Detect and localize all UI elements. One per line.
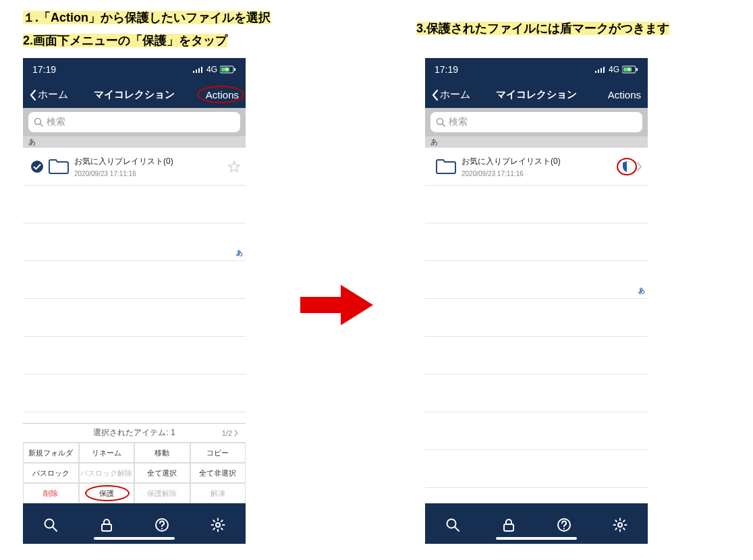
- gear-icon[interactable]: [613, 517, 628, 532]
- svg-line-32: [443, 124, 445, 127]
- highlight-protect: [85, 485, 130, 501]
- back-button[interactable]: ホーム: [30, 88, 68, 101]
- action-new-folder[interactable]: 新規フォルダ: [23, 443, 79, 463]
- back-label: ホーム: [440, 88, 470, 101]
- signal-icon: [595, 66, 606, 73]
- empty-row: [425, 450, 648, 488]
- svg-rect-5: [221, 67, 229, 72]
- nav-bar: ホーム マイコレクション Actions: [23, 81, 246, 108]
- battery-icon: [220, 65, 236, 74]
- action-header-text: 選択されたアイテム: 1: [93, 427, 175, 439]
- search-bar-container: 検索: [425, 108, 648, 136]
- svg-rect-30: [636, 68, 638, 71]
- svg-point-37: [563, 528, 565, 529]
- action-unprotect: 保護解除: [134, 483, 190, 503]
- svg-point-9: [31, 161, 43, 173]
- action-copy[interactable]: コピー: [190, 443, 246, 463]
- row-checkbox[interactable]: [28, 160, 46, 173]
- action-select-all[interactable]: 全て選択: [134, 463, 190, 483]
- lock-icon[interactable]: [99, 517, 114, 532]
- status-time: 17:19: [32, 64, 56, 75]
- svg-point-15: [216, 523, 220, 527]
- row-meta: お気に入りプレイリスト(0) 2020/09/23 17:11:16: [462, 156, 622, 177]
- svg-line-22: [213, 528, 215, 530]
- svg-line-46: [623, 520, 625, 522]
- svg-rect-6: [234, 68, 235, 71]
- phone-right: 17:19 4G ホーム マイコレクション Actions 検索 あ お気に入り…: [425, 58, 648, 544]
- list-item[interactable]: お気に入りプレイリスト(0) 2020/09/23 17:11:16: [425, 148, 648, 186]
- star-icon[interactable]: [228, 161, 240, 173]
- empty-row: [23, 186, 246, 223]
- svg-line-21: [221, 528, 223, 530]
- svg-line-20: [213, 520, 215, 522]
- empty-row: [23, 261, 246, 299]
- list-item[interactable]: お気に入りプレイリスト(0) 2020/09/23 17:11:16: [23, 148, 246, 186]
- svg-rect-29: [623, 67, 632, 72]
- phone-left: 17:19 4G ホーム マイコレクション Actions 検索 あ お気に入り…: [23, 58, 246, 544]
- action-panel: 選択されたアイテム: 1 1/2 新規フォルダ リネーム 移動 コピー パスロッ…: [23, 423, 246, 503]
- action-rename[interactable]: リネーム: [79, 443, 135, 463]
- action-passlock[interactable]: パスロック: [23, 463, 79, 483]
- signal-icon: [193, 66, 204, 73]
- action-move[interactable]: 移動: [134, 443, 190, 463]
- action-protect[interactable]: 保護: [79, 483, 135, 503]
- svg-rect-25: [598, 69, 599, 73]
- checkmark-icon: [30, 160, 44, 173]
- empty-row: [425, 186, 648, 223]
- svg-rect-24: [595, 71, 596, 73]
- bottom-bar: [23, 503, 246, 544]
- svg-line-8: [40, 124, 43, 127]
- arrow-icon: [300, 283, 374, 327]
- folder-icon: [436, 159, 456, 175]
- action-passlock-off: パスロック解除: [79, 463, 135, 483]
- empty-row: [23, 299, 246, 337]
- svg-rect-2: [198, 68, 200, 73]
- lock-icon[interactable]: [501, 517, 516, 532]
- action-pager[interactable]: 1/2: [222, 429, 239, 437]
- action-extract: 解凍: [190, 483, 246, 503]
- svg-rect-1: [196, 69, 197, 73]
- caption-step-1: １.「Action」から保護したいファイルを選択: [23, 11, 271, 24]
- gear-icon[interactable]: [211, 517, 225, 532]
- actions-button[interactable]: Actions: [206, 89, 239, 101]
- search-icon: [436, 117, 445, 127]
- action-deselect-all[interactable]: 全て非選択: [190, 463, 246, 483]
- nav-bar: ホーム マイコレクション Actions: [425, 81, 648, 108]
- search-input[interactable]: 検索: [28, 112, 240, 132]
- search-placeholder: 検索: [449, 116, 468, 128]
- folder-icon: [49, 159, 69, 175]
- network-label: 4G: [206, 65, 217, 74]
- row-title: お気に入りプレイリスト(0): [74, 156, 228, 167]
- svg-point-38: [618, 523, 622, 527]
- battery-icon: [622, 65, 638, 74]
- row-date: 2020/09/23 17:11:16: [462, 170, 622, 177]
- svg-line-11: [53, 527, 57, 531]
- action-delete[interactable]: 削除: [23, 483, 79, 503]
- empty-row: [425, 299, 648, 337]
- help-icon[interactable]: [557, 517, 571, 532]
- help-icon[interactable]: [155, 517, 169, 532]
- row-title: お気に入りプレイリスト(0): [462, 156, 622, 167]
- svg-point-14: [161, 528, 163, 529]
- caption-step-2: 2.画面下メニューの「保護」をタップ: [23, 34, 227, 47]
- status-right: 4G: [595, 65, 638, 74]
- row-meta: お気に入りプレイリスト(0) 2020/09/23 17:11:16: [74, 156, 228, 177]
- status-bar: 17:19 4G: [23, 58, 246, 81]
- actions-button[interactable]: Actions: [608, 89, 641, 101]
- search-icon[interactable]: [43, 517, 58, 532]
- search-input[interactable]: 検索: [430, 112, 642, 132]
- svg-line-44: [623, 528, 625, 530]
- bottom-bar: [425, 503, 648, 544]
- index-letter[interactable]: あ: [638, 286, 645, 296]
- empty-row: あ: [425, 261, 648, 299]
- svg-rect-3: [201, 67, 202, 73]
- back-label: ホーム: [38, 88, 68, 101]
- index-letter[interactable]: あ: [236, 248, 243, 258]
- back-button[interactable]: ホーム: [432, 88, 470, 101]
- search-bar-container: 検索: [23, 108, 246, 136]
- shield-icon: [622, 161, 632, 172]
- search-icon[interactable]: [445, 517, 460, 532]
- chevron-left-icon: [30, 90, 36, 101]
- home-indicator: [94, 537, 175, 540]
- status-right: 4G: [193, 65, 236, 74]
